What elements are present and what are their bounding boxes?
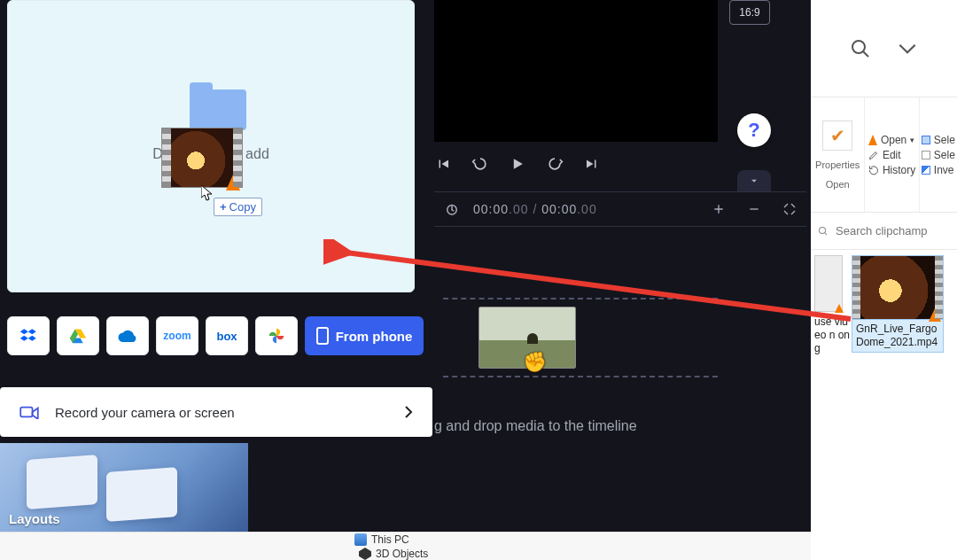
layouts-strip[interactable]: Layouts <box>0 443 248 532</box>
chevron-down-icon[interactable] <box>896 37 919 60</box>
ribbon-history[interactable]: History <box>868 164 915 176</box>
svg-rect-1 <box>317 328 328 344</box>
timecode-total-main: 00:00 <box>541 202 577 216</box>
select-all-icon <box>922 136 930 144</box>
ribbon-invert[interactable]: Inve <box>922 164 955 176</box>
folder-icon <box>190 89 246 130</box>
from-phone-button[interactable]: From phone <box>305 316 424 355</box>
explorer-top-icons <box>811 0 957 97</box>
expand-tab[interactable] <box>737 170 771 191</box>
drag-preview-thumb <box>161 128 243 188</box>
media-panel: Drop media to add +Copy zoom bo <box>0 0 434 434</box>
timecode-current-main: 00:00 <box>473 202 509 216</box>
player-controls <box>434 146 638 182</box>
source-box[interactable]: box <box>206 316 248 355</box>
open-dropdown-icon[interactable]: ▾ <box>910 136 914 144</box>
preview-viewport[interactable] <box>434 0 718 142</box>
vlc-overlay-icon <box>929 308 941 322</box>
media-drop-area[interactable]: Drop media to add +Copy <box>7 0 415 292</box>
timecode-total-frac: .00 <box>577 202 596 216</box>
properties-label[interactable]: Properties <box>815 159 860 170</box>
timeline-hint-text: g and drop media to the timeline <box>434 418 637 434</box>
ribbon-select-none[interactable]: Sele <box>922 149 955 161</box>
aspect-ratio-selector[interactable]: 16:9 <box>729 0 770 25</box>
explorer-search[interactable] <box>811 213 957 250</box>
this-pc-icon <box>354 533 367 546</box>
select-none-icon <box>922 151 930 159</box>
skip-start-icon[interactable] <box>434 155 452 173</box>
cursor-icon <box>201 185 214 201</box>
source-zoom[interactable]: zoom <box>156 316 198 355</box>
file-explorer: ✔ Properties Open Open ▾ Edit <box>811 0 957 560</box>
tree-graphic <box>527 333 538 344</box>
record-bar-label: Record your camera or screen <box>55 405 235 420</box>
timeline-toolbar: 00:00.00 / 00:00.00 <box>434 191 806 227</box>
help-button[interactable]: ? <box>737 113 771 147</box>
music-icon[interactable] <box>443 200 461 218</box>
explorer-nav: This PC 3D Objects <box>0 532 811 560</box>
edit-label: Edit <box>883 149 901 161</box>
forward-5-icon[interactable] <box>546 155 564 173</box>
file1-thumb <box>814 255 843 312</box>
rewind-5-icon[interactable] <box>471 155 489 173</box>
file2-name: GnR_Live_FargoDome_2021.mp4 <box>852 320 943 352</box>
edit-icon <box>868 150 879 160</box>
plus-icon: + <box>220 200 227 214</box>
invert-icon <box>922 166 930 175</box>
select-all-label: Sele <box>934 134 955 146</box>
source-dropbox[interactable] <box>7 316 50 355</box>
history-icon <box>868 165 879 175</box>
open-label: Open <box>881 134 906 146</box>
history-label: History <box>883 164 915 176</box>
svg-rect-2 <box>20 408 32 417</box>
source-googlephotos[interactable] <box>255 316 298 355</box>
fit-icon[interactable] <box>782 201 798 217</box>
explorer-file-grid: use video n ong GnR_Live_FargoDome_2021.… <box>811 250 957 560</box>
file1-name: use video n ong <box>814 315 852 355</box>
skip-end-icon[interactable] <box>583 155 601 173</box>
nav-this-pc[interactable]: This PC <box>354 533 409 546</box>
zoom-out-icon[interactable] <box>746 201 762 217</box>
layouts-label: Layouts <box>9 511 60 526</box>
explorer-ribbon: ✔ Properties Open Open ▾ Edit <box>811 97 957 213</box>
svg-point-3 <box>852 41 865 53</box>
search-icon[interactable] <box>850 38 871 59</box>
vlc-icon <box>226 175 240 191</box>
from-phone-label: From phone <box>336 329 413 344</box>
invert-label: Inve <box>934 164 954 176</box>
copy-tooltip-text: Copy <box>230 200 256 214</box>
ribbon-select-all[interactable]: Sele <box>922 134 955 146</box>
chevron-right-icon <box>404 406 413 418</box>
media-sources-row: zoom box From phone <box>7 315 424 357</box>
source-googledrive[interactable] <box>57 316 99 355</box>
nav-this-pc-label: This PC <box>371 533 409 546</box>
camera-icon <box>19 405 39 419</box>
explorer-search-input[interactable] <box>836 224 950 237</box>
nav-3d-objects-label: 3D Objects <box>376 548 428 560</box>
copy-tooltip: +Copy <box>214 198 262 216</box>
play-icon[interactable] <box>509 155 526 173</box>
svg-point-4 <box>820 227 826 233</box>
file-item-1[interactable]: use video n ong <box>811 255 844 388</box>
select-none-label: Sele <box>934 149 955 161</box>
objects3d-icon <box>359 548 371 560</box>
timecode-current: 00:00.00 / 00:00.00 <box>473 202 597 216</box>
timecode-current-frac: .00 <box>509 202 528 216</box>
search-small-icon <box>818 225 829 237</box>
grab-cursor-icon: ✊ <box>523 351 547 374</box>
zoom-in-icon[interactable] <box>711 201 727 217</box>
vlc-open-icon <box>868 135 877 145</box>
nav-3d-objects[interactable]: 3D Objects <box>359 548 428 560</box>
record-bar[interactable]: Record your camera or screen <box>0 387 432 437</box>
file2-thumb <box>852 256 943 320</box>
ribbon-edit[interactable]: Edit <box>868 149 915 161</box>
ribbon-open[interactable]: Open ▾ <box>868 134 915 146</box>
file-item-2-selected[interactable]: GnR_Live_FargoDome_2021.mp4 <box>852 255 944 353</box>
source-onedrive[interactable] <box>106 316 149 355</box>
open-group-label: Open <box>826 179 850 190</box>
properties-icon[interactable]: ✔ <box>822 121 852 151</box>
